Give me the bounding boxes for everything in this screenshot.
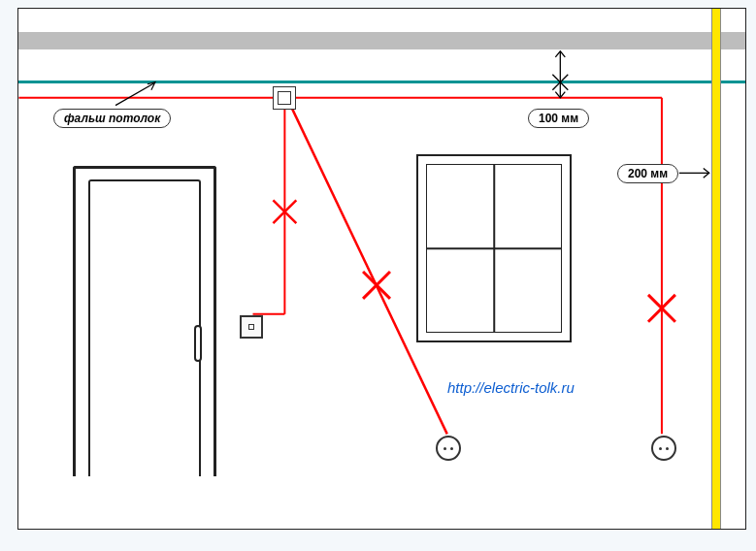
- label-dim-200: 200 мм: [617, 164, 678, 183]
- door-handle: [194, 325, 202, 362]
- svg-line-5: [273, 200, 296, 223]
- source-url: http://electric-tolk.ru: [447, 379, 575, 396]
- svg-line-8: [363, 272, 390, 299]
- door: [73, 166, 216, 476]
- light-switch: [240, 315, 263, 339]
- socket-right: [651, 436, 676, 461]
- svg-line-10: [648, 295, 675, 322]
- label-false-ceiling: фальш потолок: [53, 109, 171, 128]
- false-ceiling-line: [18, 81, 745, 83]
- svg-line-9: [648, 295, 675, 322]
- ceiling-slab: [18, 32, 745, 49]
- corner-pipe: [711, 9, 721, 529]
- svg-line-6: [273, 200, 296, 223]
- label-dim-100: 100 мм: [528, 109, 589, 128]
- socket-left: [436, 436, 461, 461]
- junction-box: [273, 86, 296, 110]
- window: [416, 154, 572, 342]
- svg-line-7: [363, 272, 390, 299]
- wiring-diagram-canvas: фальш потолок 100 мм 200 мм http://elect…: [17, 8, 746, 530]
- svg-line-15: [115, 83, 154, 106]
